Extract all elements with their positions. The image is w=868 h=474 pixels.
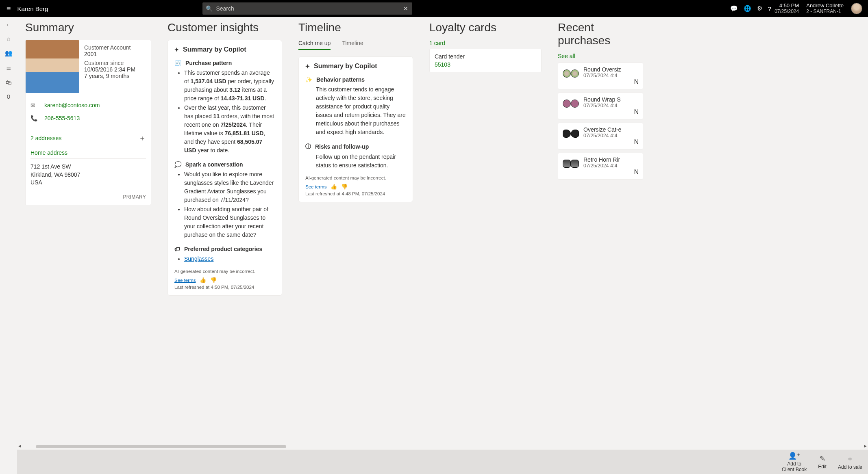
home-address-label[interactable]: Home address [30, 149, 146, 159]
page-title: Karen Berg [17, 5, 48, 12]
see-all-link[interactable]: See all [558, 53, 643, 59]
product-name: Oversize Cat-e [583, 126, 639, 133]
timeline-column: Timeline Catch me up Timeline Summary by… [298, 21, 413, 444]
phone-link[interactable]: 206-555-5613 [44, 115, 80, 121]
scroll-left-icon[interactable]: ◀ [18, 444, 21, 448]
pattern-icon: 🧾 [174, 60, 181, 66]
horizontal-scrollbar[interactable]: ◀ ▶ [17, 444, 868, 450]
clock-time: 4:50 PM [779, 3, 799, 9]
email-link[interactable]: karenb@contoso.com [44, 102, 100, 108]
account-label: Customer Account [84, 44, 135, 51]
product-flag: N [583, 78, 639, 86]
purchase-item[interactable]: Oversize Cat-e 07/25/2024 4:4 N [558, 123, 643, 149]
primary-tag: PRIMARY [30, 194, 146, 200]
bag-icon[interactable]: 🛍 [6, 79, 12, 86]
tender-value: 55103 [435, 61, 536, 68]
user-avatar[interactable] [851, 3, 862, 14]
thumbs-down-icon[interactable]: 👎 [210, 277, 217, 283]
top-bar: ≡ Karen Berg 🔍 ✕ 💬 🌐 ⚙ ? 4:50 PM 07/25/2… [0, 0, 868, 17]
since-label: Customer since [84, 60, 135, 66]
hamburger-icon[interactable]: ≡ [3, 4, 14, 13]
product-thumb-icon [562, 98, 579, 108]
insights-column: Customer insights Summary by Copilot 🧾Pu… [168, 21, 282, 444]
globe-icon[interactable]: 🌐 [744, 5, 751, 12]
addresses-count[interactable]: 2 addresses [30, 135, 61, 141]
current-user: Andrew Collette [806, 3, 844, 9]
account-value: 2001 [84, 51, 135, 57]
edit-button[interactable]: ✎ Edit [818, 455, 827, 470]
product-name: Retro Horn Rir [583, 156, 639, 163]
product-name: Round Wrap S [583, 96, 639, 103]
insights-card-title: Summary by Copilot [183, 46, 246, 53]
spark-bullet-2: How about adding another pair of Round O… [184, 205, 275, 239]
ai-disclaimer: AI-generated content may be incorrect. [174, 269, 255, 274]
thumbs-down-icon[interactable]: 👎 [341, 184, 348, 190]
add-address-icon[interactable]: ＋ [139, 133, 146, 143]
copilot-sparkle-icon [174, 46, 179, 53]
session-meta: 4:50 PM 07/25/2024 Andrew Collette 2 - S… [774, 3, 862, 15]
tab-catch-me-up[interactable]: Catch me up [298, 40, 331, 50]
see-terms-link[interactable]: See terms [305, 184, 326, 189]
behavior-body: This customer tends to engage actively w… [305, 85, 406, 136]
risks-header: Risks and follow-up [315, 143, 369, 150]
timeline-refreshed: Last refreshed at 4:48 PM, 07/25/2024 [305, 191, 406, 196]
see-terms-link[interactable]: See terms [174, 278, 196, 283]
ai-disclaimer: AI-generated content may be incorrect. [305, 175, 386, 180]
behavior-header: Behavior patterns [316, 76, 365, 83]
plus-icon: ＋ [846, 454, 853, 463]
loyalty-heading: Loyalty cards [429, 21, 542, 34]
tenure-value: 7 years, 9 months [84, 73, 135, 79]
add-to-sale-button[interactable]: ＋ Add to sale [838, 454, 862, 470]
product-date: 07/25/2024 4:4 [583, 163, 639, 169]
purchase-bullet-2: Over the last year, this customer has pl… [184, 104, 275, 155]
product-thumb-icon [562, 128, 579, 139]
settings-icon[interactable]: ⚙ [757, 5, 762, 12]
product-thumb-icon [562, 68, 579, 78]
search-box[interactable]: 🔍 ✕ [202, 2, 412, 15]
info-icon: ⓘ [305, 143, 311, 150]
product-flag: N [583, 139, 639, 146]
tab-timeline[interactable]: Timeline [342, 40, 363, 50]
notif-count[interactable]: 0 [7, 93, 10, 100]
copilot-sparkle-icon [305, 63, 310, 70]
loyalty-card[interactable]: Card tender 55103 [429, 49, 542, 72]
behavior-icon: ✨ [305, 76, 312, 83]
customer-photo [26, 40, 79, 93]
chat-icon[interactable]: 💬 [730, 5, 738, 12]
email-icon: ✉ [30, 102, 37, 108]
left-rail: ← ⌂ 👥 ≣ 🛍 0 [0, 17, 17, 474]
add-person-icon: 👤⁺ [788, 452, 801, 460]
people-icon[interactable]: 👥 [5, 50, 13, 57]
search-input[interactable] [216, 5, 399, 12]
purchase-item[interactable]: Retro Horn Rir 07/25/2024 4:4 N [558, 153, 643, 180]
clear-search-icon[interactable]: ✕ [399, 5, 412, 12]
timeline-heading: Timeline [298, 21, 413, 34]
top-icon-group: 💬 🌐 ⚙ ? [727, 5, 774, 12]
list-icon[interactable]: ≣ [6, 64, 11, 71]
back-icon[interactable]: ← [6, 21, 12, 28]
product-thumb-icon [562, 158, 579, 169]
loyalty-count[interactable]: 1 card [429, 40, 542, 46]
scroll-thumb[interactable] [36, 445, 286, 448]
pref-header: Preferred product categories [184, 246, 262, 252]
insights-card: Summary by Copilot 🧾Purchase pattern Thi… [168, 40, 282, 296]
recent-heading: Recent purchases [558, 21, 643, 47]
scroll-right-icon[interactable]: ▶ [864, 444, 867, 448]
search-icon: 🔍 [202, 5, 216, 12]
spark-header: Spark a conversation [185, 161, 243, 168]
action-bar: 👤⁺ Add to Client Book ✎ Edit ＋ Add to sa… [17, 450, 868, 474]
purchase-item[interactable]: Round Wrap S 07/25/2024 4:4 N [558, 93, 643, 119]
product-flag: N [583, 169, 639, 176]
purchase-item[interactable]: Round Oversiz 07/25/2024 4:4 N [558, 63, 643, 89]
timeline-card-title: Summary by Copilot [314, 63, 377, 70]
add-to-client-book-button[interactable]: 👤⁺ Add to Client Book [782, 452, 807, 472]
spark-bullet-1: Would you like to explore more sunglasse… [184, 170, 275, 204]
purchase-pattern-header: Purchase pattern [185, 60, 232, 66]
thumbs-up-icon[interactable]: 👍 [331, 184, 337, 190]
purchase-bullet-1: This customer spends an average of 1,537… [184, 69, 275, 103]
product-flag: N [583, 108, 639, 116]
home-icon[interactable]: ⌂ [7, 35, 10, 42]
help-icon[interactable]: ? [768, 5, 771, 12]
pref-category-link[interactable]: Sunglasses [184, 255, 213, 262]
thumbs-up-icon[interactable]: 👍 [200, 277, 206, 283]
